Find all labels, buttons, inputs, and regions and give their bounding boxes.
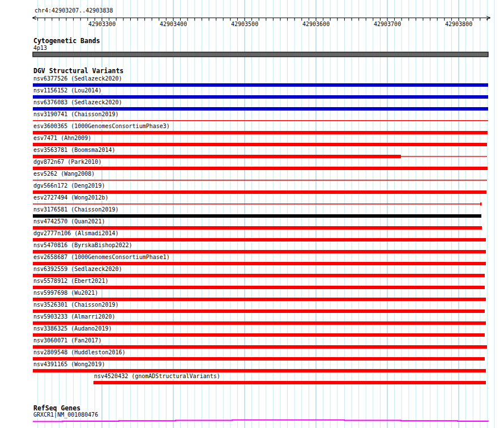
variant-bar[interactable]	[33, 95, 488, 99]
variant-label[interactable]: nsv3526301 (Chaisson2019)	[33, 302, 120, 308]
variant-bar[interactable]	[93, 381, 486, 384]
variant-bar[interactable]	[33, 214, 481, 218]
ruler-tick-label: 42903800	[443, 21, 474, 27]
cytoband-feature[interactable]	[33, 52, 488, 57]
ruler-tick-label: 42903700	[372, 21, 403, 27]
variant-bar[interactable]	[33, 131, 488, 134]
variant-row	[33, 250, 486, 253]
variant-row	[33, 120, 488, 121]
variant-bar[interactable]	[33, 83, 488, 87]
variant-bar[interactable]	[33, 357, 485, 361]
variant-bar[interactable]	[33, 180, 487, 181]
variant-row	[33, 262, 486, 265]
variant-label[interactable]: esv3600365 (1000GenomesConsortiumPhase3)	[33, 123, 171, 129]
variant-row	[33, 107, 488, 111]
variant-bar[interactable]	[33, 298, 486, 301]
ruler-tick-label: 42903300	[87, 21, 117, 27]
variant-bar[interactable]	[33, 204, 481, 205]
variant-row	[33, 274, 485, 277]
variant-label[interactable]: esv2727494 (Wong2012b)	[33, 194, 109, 201]
variant-label[interactable]: nsv4742570 (Quan2021)	[33, 218, 106, 224]
variant-label[interactable]: nsv3190741 (Chaisson2019)	[33, 111, 120, 117]
variant-bar[interactable]	[33, 155, 401, 158]
variant-bar[interactable]	[33, 274, 485, 277]
variant-label[interactable]: esv2658687 (1000GenomesConsortiumPhase1)	[33, 254, 171, 260]
variant-line-extension	[401, 156, 487, 156]
variant-label[interactable]: nsv3060071 (Fan2017)	[33, 337, 102, 344]
variant-label[interactable]: dgv872n67 (Park2010)	[33, 159, 102, 165]
variant-row	[33, 143, 487, 146]
variant-row	[93, 381, 486, 384]
variant-label[interactable]: nsv3386325 (Audano2019)	[33, 325, 113, 332]
region-title: chr4:42903207..42903838	[34, 7, 114, 14]
variant-row	[33, 226, 482, 230]
variant-row	[33, 333, 485, 337]
variant-bar[interactable]	[33, 310, 485, 313]
variant-label[interactable]: nsv4391165 (Wong2019)	[33, 361, 106, 367]
variant-end-tick	[480, 202, 482, 205]
variant-label[interactable]: esv7471 (Ahn2009)	[33, 135, 92, 141]
variant-label[interactable]: nsv5470816 (ByrskaBishop2022)	[33, 242, 134, 248]
section-header-cytogenetic-bands: Cytogenetic Bands	[33, 37, 101, 44]
variant-label[interactable]: nsv5578912 (Ebert2021)	[33, 278, 109, 284]
variant-bar[interactable]	[33, 286, 485, 289]
variant-label[interactable]: dgv2777n106 (Alsmadi2014)	[33, 230, 120, 236]
variant-label[interactable]: nsv6392559 (Sedlazeck2020)	[33, 266, 123, 272]
variant-bar[interactable]	[33, 369, 486, 372]
variant-label[interactable]: esv5262 (Wang2008)	[33, 171, 96, 177]
section-header-dgv-structural-variants: DGV Structural Variants	[33, 67, 125, 74]
variant-row	[33, 238, 486, 241]
ruler-tick-label: 42903500	[229, 21, 260, 27]
variant-row	[33, 180, 487, 181]
variant-row	[33, 286, 485, 289]
variant-row	[33, 298, 486, 301]
variant-row	[33, 95, 488, 99]
variant-bar[interactable]	[33, 107, 488, 111]
variant-bar[interactable]	[33, 190, 486, 194]
variant-bar[interactable]	[33, 250, 486, 253]
genome-browser-panel: 4290330042903400429035004290360042903700…	[0, 0, 504, 428]
variant-label[interactable]: nsv4520432 (gnomADStructuralVariants)	[93, 373, 221, 379]
gene-model-line[interactable]	[33, 420, 488, 422]
variant-row	[33, 357, 485, 361]
variant-row	[33, 214, 481, 218]
variant-label[interactable]: nsv1156152 (Lou2014)	[33, 87, 102, 94]
variant-row	[33, 321, 486, 325]
variant-row	[33, 310, 485, 313]
variant-label[interactable]: nsv2809548 (Huddleston2016)	[33, 349, 127, 355]
variant-row	[33, 131, 488, 134]
variant-bar[interactable]	[33, 143, 487, 146]
variant-bar[interactable]	[33, 120, 488, 121]
variant-bar[interactable]	[33, 226, 482, 230]
variant-bar[interactable]	[33, 345, 487, 349]
variant-bar[interactable]	[33, 321, 486, 325]
variant-bar[interactable]	[33, 167, 488, 170]
variant-bar[interactable]	[33, 333, 485, 337]
variant-label[interactable]: nsv5903233 (Almarri2020)	[33, 313, 117, 320]
variant-row	[33, 83, 488, 87]
grid-lines	[38, 0, 494, 428]
variant-label[interactable]: dgv566n172 (Deng2019)	[33, 183, 106, 189]
variant-row	[33, 190, 486, 194]
gene-label[interactable]: GRXCR1|NM_001080476	[33, 412, 99, 418]
variant-row	[33, 155, 487, 158]
variant-label[interactable]: nsv3176581 (Chaisson2019)	[33, 206, 120, 213]
variant-label[interactable]: nsv6377526 (Sedlazeck2020)	[33, 75, 123, 82]
variant-label[interactable]: nsv6376083 (Sedlazeck2020)	[33, 99, 123, 105]
section-header-refseq-genes: RefSeq Genes	[33, 405, 82, 412]
variant-bar[interactable]	[33, 238, 486, 241]
ruler-tick-label: 42903600	[301, 21, 331, 27]
variant-row	[33, 369, 486, 372]
variant-row	[33, 345, 487, 349]
variant-bar[interactable]	[33, 262, 486, 265]
cytoband-label: 4p13	[33, 45, 48, 51]
variant-label[interactable]: nsv5997698 (Wu2021)	[33, 290, 99, 296]
variant-row	[33, 167, 488, 170]
variant-row	[33, 202, 482, 205]
variant-label[interactable]: esv3563781 (Boomsma2014)	[33, 147, 117, 153]
ruler-tick-label: 42903400	[158, 21, 189, 27]
